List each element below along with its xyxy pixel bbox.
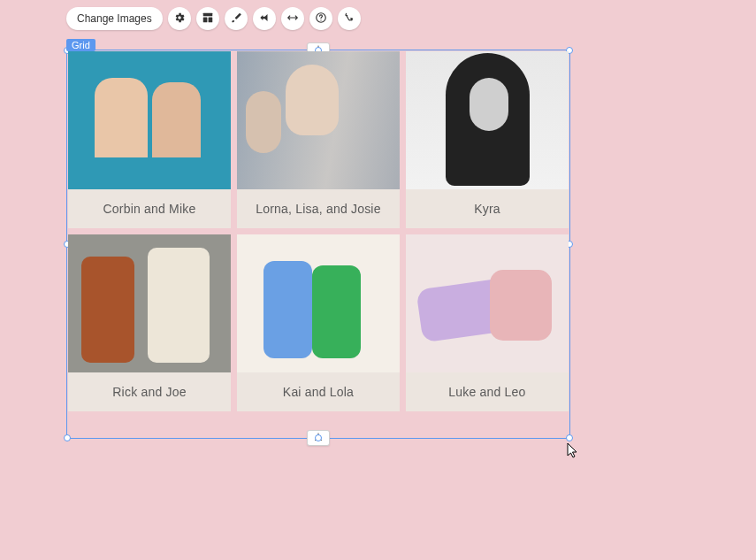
change-images-button[interactable]: Change Images: [66, 7, 163, 30]
cursor-icon: [567, 442, 579, 458]
grid-selection-frame[interactable]: Corbin and Mike Lorna, Lisa, and Josie K…: [66, 50, 570, 439]
design-button[interactable]: [225, 7, 248, 30]
grid-caption: Kai and Lola: [237, 372, 400, 411]
grid-image: [68, 234, 231, 372]
grid-caption: Lorna, Lisa, and Josie: [237, 189, 400, 228]
grid-image: [406, 234, 569, 372]
animation-icon: [258, 12, 271, 27]
animation-button[interactable]: [253, 7, 276, 30]
grid-image: [406, 51, 569, 189]
layouts-button[interactable]: [196, 7, 219, 30]
grid-image: [68, 51, 231, 189]
grid-item[interactable]: Luke and Leo: [406, 234, 569, 411]
gear-icon: [173, 12, 186, 27]
more-button[interactable]: [338, 7, 361, 30]
brush-icon: [230, 12, 242, 27]
resize-handle-bottom-mid[interactable]: [315, 434, 322, 441]
grid-caption: Kyra: [406, 189, 569, 228]
grid-item[interactable]: Kai and Lola: [237, 234, 400, 411]
grid-item[interactable]: Kyra: [406, 51, 569, 228]
settings-button[interactable]: [168, 7, 191, 30]
svg-point-4: [320, 19, 321, 20]
grid-caption: Luke and Leo: [406, 372, 569, 411]
svg-rect-0: [202, 12, 212, 16]
selection-label: Grid: [66, 39, 95, 51]
layout-icon: [202, 12, 214, 27]
grid-image: [237, 234, 400, 372]
stretch-icon: [286, 12, 299, 27]
toolbar: Change Images: [66, 7, 361, 30]
svg-rect-1: [202, 17, 207, 22]
grid-item[interactable]: Rick and Joe: [68, 234, 231, 411]
svg-rect-2: [208, 17, 212, 22]
image-grid: Corbin and Mike Lorna, Lisa, and Josie K…: [68, 51, 569, 411]
grid-image: [237, 51, 400, 189]
grid-caption: Corbin and Mike: [68, 189, 231, 228]
flow-icon: [343, 12, 355, 27]
grid-item[interactable]: Corbin and Mike: [68, 51, 231, 228]
stretch-button[interactable]: [281, 7, 304, 30]
help-button[interactable]: [309, 7, 332, 30]
help-icon: [315, 12, 327, 27]
resize-handle-bottom-right[interactable]: [566, 434, 573, 441]
grid-item[interactable]: Lorna, Lisa, and Josie: [237, 51, 400, 228]
resize-handle-bottom-left[interactable]: [64, 434, 71, 441]
grid-caption: Rick and Joe: [68, 372, 231, 411]
